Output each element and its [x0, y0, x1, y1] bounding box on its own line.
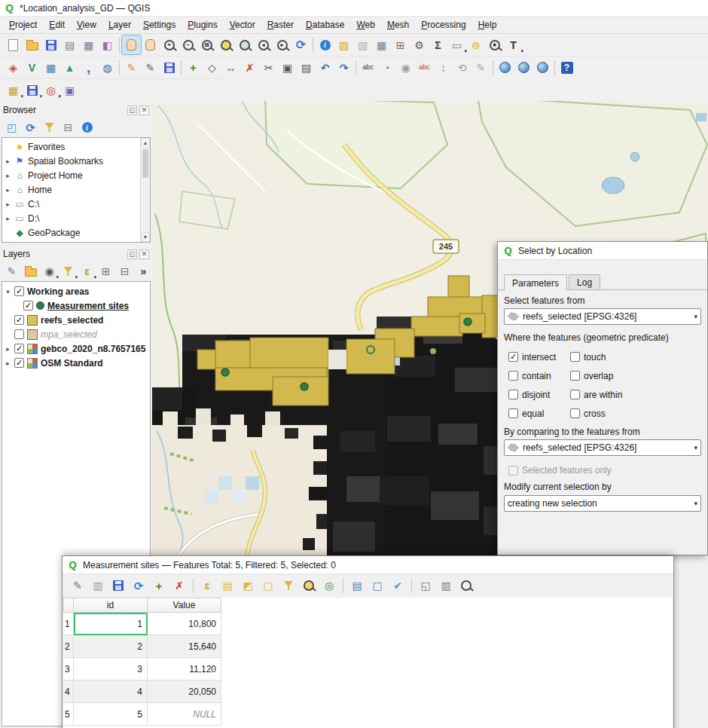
- add-feature-icon[interactable]: +: [184, 58, 203, 77]
- layout-manager-icon[interactable]: ▦: [79, 35, 98, 54]
- statistical-summary-icon[interactable]: Σ: [429, 35, 447, 54]
- browser-properties-icon[interactable]: i: [78, 119, 96, 136]
- table-row[interactable]: 1110,800: [63, 613, 673, 635]
- attr-reload-icon[interactable]: ⟳: [130, 577, 148, 595]
- attr-form-view-icon[interactable]: ▢: [368, 577, 386, 595]
- predicate-checkbox[interactable]: [570, 371, 580, 381]
- layer-item-reefs-selected[interactable]: ✓reefs_selected: [2, 313, 150, 327]
- highlight-pinned-labels-icon[interactable]: abc: [415, 58, 434, 77]
- add-group-icon[interactable]: [22, 263, 39, 280]
- deselect-features-icon[interactable]: ▧: [353, 35, 372, 54]
- new-print-layout-icon[interactable]: ▤: [60, 35, 79, 54]
- current-edits-icon[interactable]: ✎: [122, 58, 141, 77]
- scrollbar-thumb[interactable]: [142, 149, 148, 178]
- value-cell[interactable]: NULL: [148, 703, 221, 726]
- predicate-checkbox[interactable]: [508, 371, 518, 381]
- rotate-label-icon[interactable]: ⟲: [453, 58, 471, 77]
- style-manager-icon[interactable]: ◧: [98, 35, 117, 54]
- layer-visibility-checkbox[interactable]: ✓: [14, 286, 24, 296]
- filter-browser-icon[interactable]: [41, 119, 58, 136]
- zoom-full-extent-icon[interactable]: ⊞: [197, 35, 216, 54]
- predicate-contain[interactable]: contain: [508, 371, 570, 381]
- id-cell[interactable]: 5: [74, 703, 148, 726]
- attr-search-icon[interactable]: [457, 577, 475, 595]
- map-tips-icon[interactable]: ⊙: [466, 35, 485, 54]
- predicate-checkbox[interactable]: ✓: [508, 352, 518, 362]
- browser-float-button[interactable]: ◱: [127, 106, 137, 115]
- browser-item-c[interactable]: ▸▭C:\: [2, 197, 150, 211]
- move-label-icon[interactable]: ↕: [434, 58, 453, 77]
- layer-visibility-checkbox[interactable]: ✓: [14, 358, 24, 368]
- predicate-checkbox[interactable]: [570, 408, 580, 418]
- layer-item-measurement-sites[interactable]: ✓Measurement sites: [2, 298, 150, 313]
- metasearch-icon[interactable]: [496, 58, 514, 77]
- processing-toolbox-icon[interactable]: ⚙: [410, 35, 429, 54]
- table-row[interactable]: 3311,120: [63, 658, 673, 681]
- undo-icon[interactable]: ↶: [316, 58, 334, 77]
- attr-delete-selected-icon[interactable]: ✗: [170, 577, 188, 595]
- attr-multi-edit-icon[interactable]: ▥: [89, 577, 107, 595]
- attr-zoom-to-selection-icon[interactable]: [300, 577, 318, 595]
- attr-pan-to-selection-icon[interactable]: ◎: [320, 577, 338, 595]
- zoom-to-layer-icon[interactable]: [235, 35, 254, 54]
- add-selected-layers-icon[interactable]: ◰: [3, 119, 20, 136]
- menu-project[interactable]: Project: [3, 18, 43, 32]
- predicate-checkbox[interactable]: [570, 352, 580, 362]
- selection-tools-icon[interactable]: ◎▾: [41, 81, 60, 99]
- attr-filter-form-icon[interactable]: [279, 577, 298, 595]
- add-postgis-layer-icon[interactable]: ◍: [98, 58, 117, 77]
- attr-select-by-expression-icon[interactable]: ε: [198, 577, 216, 595]
- measure-line-icon[interactable]: ▭▾: [447, 35, 466, 54]
- predicate-overlap[interactable]: overlap: [570, 371, 653, 381]
- toggle-editing-icon[interactable]: ✎: [141, 58, 160, 77]
- layer-labeling-icon[interactable]: abc: [359, 58, 377, 77]
- select-from-combo[interactable]: reefs_selected [EPSG:4326] ▾: [504, 308, 701, 325]
- row-number-header[interactable]: [63, 598, 74, 613]
- id-cell[interactable]: 2: [74, 635, 148, 658]
- delete-selected-icon[interactable]: ✗: [240, 58, 259, 77]
- add-vector-layer-icon[interactable]: V: [23, 58, 41, 77]
- field-calculator-icon[interactable]: ⊞: [391, 35, 410, 54]
- browser-item-d[interactable]: ▸▭D:\: [2, 211, 150, 225]
- manage-map-themes-icon[interactable]: ◉▾: [41, 263, 58, 280]
- cut-features-icon[interactable]: ✂: [259, 58, 278, 77]
- tab-parameters[interactable]: Parameters: [504, 274, 567, 291]
- attr-select-all-icon[interactable]: ▤: [218, 577, 237, 595]
- menu-mesh[interactable]: Mesh: [381, 18, 415, 32]
- predicate-touch[interactable]: touch: [570, 352, 653, 362]
- collapse-all-layers-icon[interactable]: ⊟: [116, 263, 133, 280]
- open-layer-styling-icon[interactable]: ✎: [3, 263, 20, 280]
- add-raster-layer-icon[interactable]: ▦: [41, 58, 60, 77]
- add-mesh-layer-icon[interactable]: ▲: [60, 58, 79, 77]
- predicate-checkbox[interactable]: [508, 408, 518, 418]
- layer-item-osm-standard[interactable]: ▸✓OSM Standard: [2, 356, 150, 370]
- menu-layer[interactable]: Layer: [102, 18, 137, 32]
- value-cell[interactable]: 11,120: [148, 658, 221, 681]
- layers-close-button[interactable]: ✕: [139, 249, 149, 259]
- change-label-icon[interactable]: ✎: [471, 58, 490, 77]
- id-cell[interactable]: 3: [74, 658, 148, 681]
- pan-to-selection-icon[interactable]: [141, 35, 160, 54]
- filter-legend-icon[interactable]: ▾: [60, 263, 77, 280]
- predicate-equal[interactable]: equal: [508, 408, 570, 419]
- refresh-browser-icon[interactable]: ⟳: [22, 119, 39, 136]
- paste-features-icon[interactable]: ▤: [297, 58, 316, 77]
- zoom-to-selection-icon[interactable]: [216, 35, 235, 54]
- attr-invert-selection-icon[interactable]: ◩: [239, 577, 257, 595]
- layer-visibility-checkbox[interactable]: [14, 329, 24, 339]
- menu-plugins[interactable]: Plugins: [182, 18, 223, 32]
- pin-labels-icon[interactable]: ◉: [396, 58, 415, 77]
- select-features-icon[interactable]: ▨: [334, 35, 353, 54]
- zoom-in-icon[interactable]: +: [160, 35, 179, 54]
- layer-item-working-areas[interactable]: ▾✓Working areas: [2, 284, 150, 298]
- toolbar-overflow-icon[interactable]: »: [135, 263, 152, 280]
- menu-processing[interactable]: Processing: [415, 18, 471, 32]
- menu-settings[interactable]: Settings: [137, 18, 182, 32]
- open-project-icon[interactable]: [23, 35, 41, 54]
- column-header-value[interactable]: Value: [148, 598, 221, 613]
- zoom-next-icon[interactable]: ▸: [273, 35, 291, 54]
- modify-selection-combo[interactable]: creating new selection ▾: [504, 495, 701, 512]
- web-globe-icon[interactable]: [514, 58, 533, 77]
- collapse-all-icon[interactable]: ⊟: [60, 119, 77, 136]
- attr-conditional-formatting-icon[interactable]: ✔: [389, 577, 407, 595]
